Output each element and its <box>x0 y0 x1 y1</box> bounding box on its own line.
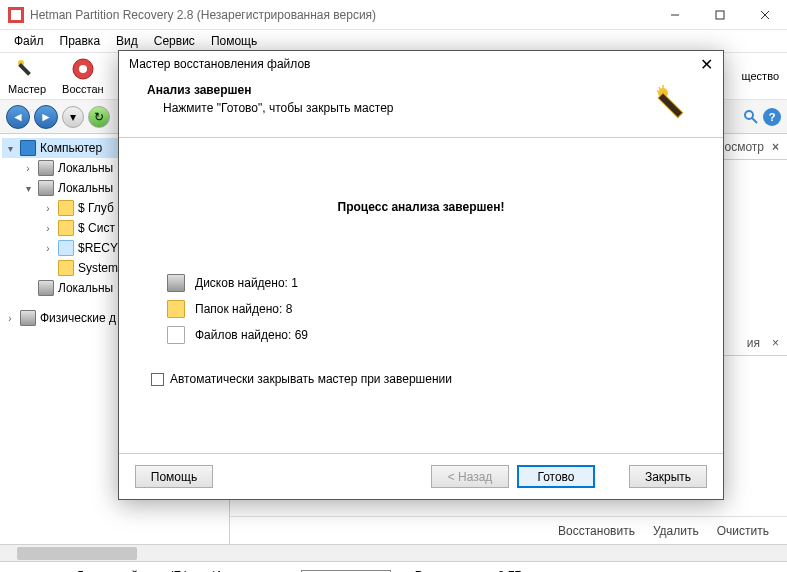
action-restore[interactable]: Восстановить <box>558 524 635 538</box>
minimize-button[interactable] <box>652 0 697 30</box>
lifebuoy-icon <box>71 57 95 81</box>
close-button[interactable] <box>742 0 787 30</box>
folder-icon <box>58 260 74 276</box>
status-bar: Локальный диск (F:) Использовано: Размер… <box>0 561 787 572</box>
status-used-label: Использовано: <box>212 569 294 573</box>
svg-point-9 <box>79 65 87 73</box>
menu-bar: Файл Правка Вид Сервис Помощь <box>0 30 787 52</box>
title-bar: Hetman Partition Recovery 2.8 (Незарегис… <box>0 0 787 30</box>
view-tab-label[interactable]: осмотр <box>724 140 764 154</box>
drive-icon <box>38 180 54 196</box>
autoclose-label: Автоматически закрывать мастер при завер… <box>170 372 452 386</box>
svg-rect-13 <box>658 93 683 118</box>
wizard-wand-icon <box>653 83 695 125</box>
status-size-label: Размер диска: 8 ГБ <box>415 569 523 573</box>
dialog-header: Анализ завершен Нажмите "Готово", чтобы … <box>119 77 723 138</box>
folder-icon <box>58 200 74 216</box>
dialog-close-button[interactable]: ✕ <box>700 55 713 74</box>
horizontal-scrollbar[interactable] <box>0 544 787 561</box>
side-tab-label[interactable]: ия <box>747 336 760 350</box>
dialog-heading: Анализ завершен <box>147 83 653 97</box>
toolbar-wizard[interactable]: Мастер <box>8 57 46 95</box>
drive-icon <box>167 274 185 292</box>
scrollbar-thumb[interactable] <box>17 547 137 560</box>
menu-file[interactable]: Файл <box>6 32 52 50</box>
menu-edit[interactable]: Правка <box>52 32 109 50</box>
svg-rect-7 <box>18 63 31 76</box>
autoclose-checkbox-row: Автоматически закрывать мастер при завер… <box>151 372 695 386</box>
bottom-actions: Восстановить Удалить Очистить <box>230 516 787 544</box>
nav-dropdown-button[interactable]: ▾ <box>62 106 84 128</box>
dialog-done-button[interactable]: Готово <box>517 465 595 488</box>
close-icon[interactable]: × <box>772 140 779 154</box>
dialog-close-button-footer[interactable]: Закрыть <box>629 465 707 488</box>
help-icon[interactable]: ? <box>763 108 781 126</box>
dialog-title: Мастер восстановления файлов <box>129 57 310 71</box>
action-clear[interactable]: Очистить <box>717 524 769 538</box>
dialog-help-button[interactable]: Помощь <box>135 465 213 488</box>
menu-view[interactable]: Вид <box>108 32 146 50</box>
monitor-icon <box>20 140 36 156</box>
svg-rect-3 <box>716 11 724 19</box>
dialog-result-msg: Процесс анализа завершен! <box>147 200 695 214</box>
toolbar-trail-label: щество <box>742 70 779 82</box>
folder-icon <box>58 220 74 236</box>
toolbar-recover[interactable]: Восстан <box>62 57 104 95</box>
drive-icon <box>38 160 54 176</box>
stat-folders: Папок найдено: 8 <box>167 300 695 318</box>
svg-rect-1 <box>11 10 21 20</box>
search-icon[interactable] <box>743 109 759 125</box>
toolbar-wizard-label: Мастер <box>8 83 46 95</box>
maximize-button[interactable] <box>697 0 742 30</box>
nav-forward-button[interactable]: ► <box>34 105 58 129</box>
dialog-back-button[interactable]: < Назад <box>431 465 509 488</box>
app-icon <box>8 7 24 23</box>
window-title: Hetman Partition Recovery 2.8 (Незарегис… <box>30 8 652 22</box>
autoclose-checkbox[interactable] <box>151 373 164 386</box>
action-delete[interactable]: Удалить <box>653 524 699 538</box>
nav-refresh-button[interactable]: ↻ <box>88 106 110 128</box>
stat-files: Файлов найдено: 69 <box>167 326 695 344</box>
menu-help[interactable]: Помощь <box>203 32 265 50</box>
drive-icon <box>38 280 54 296</box>
menu-service[interactable]: Сервис <box>146 32 203 50</box>
toolbar-recover-label: Восстан <box>62 83 104 95</box>
close-icon[interactable]: × <box>772 336 779 350</box>
wizard-icon <box>15 57 39 81</box>
wizard-dialog: Мастер восстановления файлов ✕ Анализ за… <box>118 50 724 500</box>
folder-icon <box>167 300 185 318</box>
drive-icon <box>20 310 36 326</box>
file-icon <box>167 326 185 344</box>
dialog-subheading: Нажмите "Готово", чтобы закрыть мастер <box>163 101 653 115</box>
status-disk-label: Локальный диск (F:) <box>76 569 188 573</box>
svg-point-10 <box>745 111 753 119</box>
stat-disks: Дисков найдено: 1 <box>167 274 695 292</box>
recycle-icon <box>58 240 74 256</box>
dialog-body: Процесс анализа завершен! Дисков найдено… <box>119 138 723 453</box>
nav-back-button[interactable]: ◄ <box>6 105 30 129</box>
dialog-footer: Помощь < Назад Готово Закрыть <box>119 453 723 499</box>
svg-line-11 <box>752 118 757 123</box>
dialog-title-bar: Мастер восстановления файлов ✕ <box>119 51 723 77</box>
